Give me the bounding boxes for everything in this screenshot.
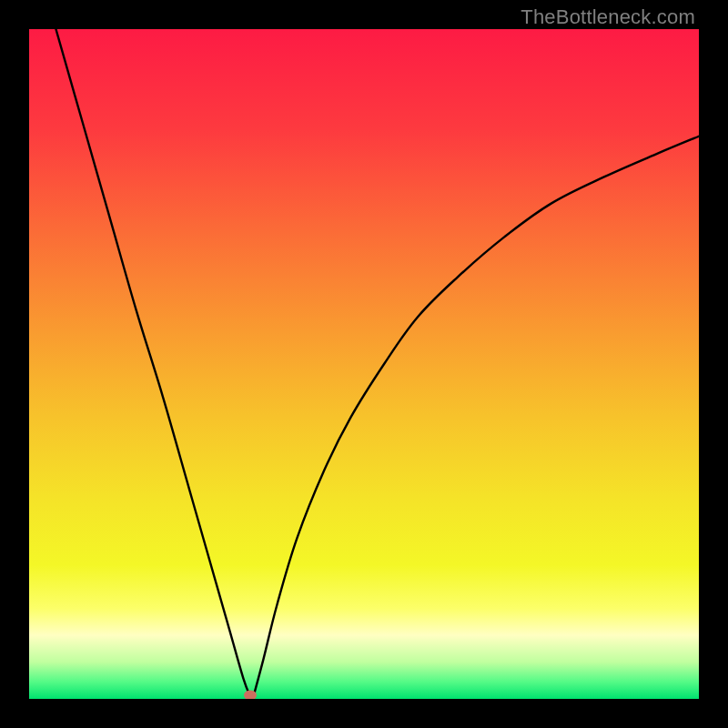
background-gradient [29, 29, 699, 699]
svg-rect-0 [29, 29, 699, 699]
watermark-label: TheBottleneck.com [521, 5, 695, 29]
chart-stage: TheBottleneck.com [0, 0, 728, 728]
plot-area [29, 29, 699, 699]
